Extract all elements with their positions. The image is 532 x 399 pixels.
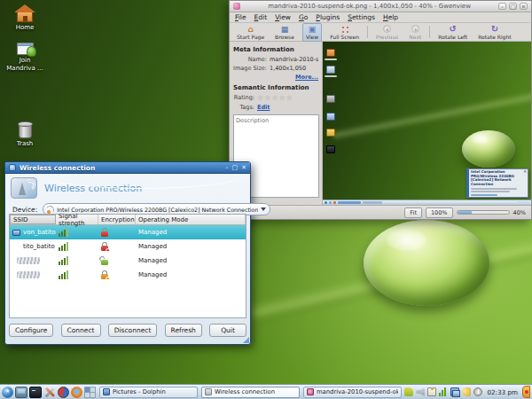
desktop-icon-join-mandriva[interactable]: Join Mandriva ...: [4, 43, 46, 73]
column-header-ssid[interactable]: SSID: [10, 215, 56, 224]
operating-mode: Managed: [136, 229, 246, 236]
rotate-right-button[interactable]: ↻ Rotate Right: [475, 24, 513, 41]
lock-open-icon: [101, 260, 108, 265]
close-button[interactable]: ✕: [241, 164, 246, 172]
minimize-button[interactable]: –: [225, 164, 229, 172]
software-manager-icon[interactable]: [58, 387, 69, 398]
menu-view[interactable]: View: [275, 13, 291, 21]
lock-closed-icon: [101, 231, 108, 237]
clock[interactable]: 02:33 pm: [487, 388, 518, 396]
previous-icon: [383, 25, 391, 34]
virtual-desktop-pager[interactable]: [84, 387, 96, 398]
rotate-left-icon: ↺: [450, 25, 457, 34]
rating-stars[interactable]: ☆☆☆☆☆: [257, 94, 293, 102]
taskbar-task-gwenview[interactable]: mandriva-2010-suspend-ok.png: [303, 387, 402, 398]
column-header-encryption[interactable]: Encryption: [98, 215, 136, 224]
zoom-100-button[interactable]: 100%: [426, 207, 453, 218]
name-label: Name:: [233, 56, 267, 63]
panel-cashew-icon[interactable]: [522, 386, 530, 398]
meta-information-heading: Meta Information: [233, 46, 318, 53]
view-button[interactable]: ▣ View: [302, 23, 322, 42]
terminal-launcher-icon[interactable]: [29, 387, 42, 398]
signal-strength-icon: [59, 228, 68, 237]
ssid-value: tito_batito: [23, 243, 55, 250]
column-header-signal[interactable]: Signal strength: [56, 215, 98, 224]
menu-go[interactable]: Go: [299, 13, 308, 21]
configure-button[interactable]: Configure: [9, 324, 53, 337]
next-icon: [411, 25, 419, 34]
plasma-icon[interactable]: [404, 387, 413, 396]
mandriva-menu-button[interactable]: [2, 387, 13, 398]
firefox-icon[interactable]: [71, 387, 82, 398]
table-row[interactable]: von_batito Managed: [10, 225, 246, 239]
table-row[interactable]: tito_batito Managed: [10, 239, 246, 254]
menu-plugins[interactable]: Plugins: [316, 13, 340, 21]
wireless-dialog-titlebar[interactable]: Wireless connection – ▢ ✕: [5, 162, 250, 174]
rating-label: Rating:: [233, 94, 254, 102]
refresh-button[interactable]: Refresh: [165, 324, 202, 337]
close-button[interactable]: ✕: [520, 3, 528, 10]
rotate-left-button[interactable]: ↺ Rotate Left: [435, 24, 470, 41]
viewed-desktop-icon: [326, 113, 335, 121]
table-row[interactable]: Managed: [10, 268, 246, 282]
volume-icon[interactable]: [416, 387, 425, 396]
network-signal-icon[interactable]: [439, 387, 448, 396]
viewed-water-drop: [462, 130, 515, 168]
minimize-button[interactable]: –: [498, 3, 506, 10]
resize-grip[interactable]: [243, 337, 249, 343]
menu-settings[interactable]: Settings: [348, 13, 375, 21]
view-image-icon: ▣: [309, 25, 317, 34]
signal-strength-icon: [59, 270, 68, 279]
lock-closed-icon: [101, 246, 108, 251]
home-icon: ⌂: [247, 25, 253, 34]
desktop-icon-trash[interactable]: Trash: [4, 123, 46, 148]
ssid-value: von_batito: [23, 229, 56, 236]
zoom-slider[interactable]: [457, 210, 510, 215]
desktop-icon-label: Trash: [4, 140, 46, 148]
maximize-button[interactable]: ▢: [232, 164, 239, 172]
previous-button[interactable]: Previous: [373, 24, 401, 41]
desktop-icon-home[interactable]: Home: [4, 4, 46, 32]
start-page-button[interactable]: ⌂ Start Page: [234, 24, 267, 41]
taskbar: Pictures - Dolphin Wireless connection m…: [0, 384, 532, 399]
wallet-key-icon[interactable]: [462, 387, 471, 396]
menu-help[interactable]: Help: [383, 13, 398, 21]
more-link[interactable]: More...: [295, 74, 318, 81]
table-row[interactable]: Managed: [10, 254, 246, 268]
taskbar-task-dolphin[interactable]: Pictures - Dolphin: [99, 387, 198, 398]
monitors-icon[interactable]: [450, 387, 459, 396]
connect-button[interactable]: Connect: [61, 324, 101, 337]
wireless-dialog-icon: [9, 164, 16, 171]
viewed-notification-textline: [471, 194, 497, 196]
disconnect-button[interactable]: Disconnect: [108, 324, 158, 337]
quit-button[interactable]: Quit: [209, 324, 246, 337]
viewed-notification-textline: [471, 188, 517, 190]
gwenview-titlebar[interactable]: mandriva-2010-suspend-ok.png - 1,400x1,0…: [230, 1, 531, 12]
taskbar-task-wireless[interactable]: Wireless connection: [201, 387, 300, 398]
connected-computer-icon: [12, 230, 20, 236]
tags-edit-link[interactable]: Edit: [257, 104, 270, 111]
desktop-launcher-icon[interactable]: [15, 387, 27, 398]
name-value: mandriva-2010-susp: [270, 56, 318, 63]
browse-grid-icon: ▦: [281, 25, 289, 34]
fit-button[interactable]: Fit: [404, 207, 422, 218]
wireless-dialog: Wireless connection – ▢ ✕ Wireless conne…: [4, 161, 251, 345]
maximize-button[interactable]: ▢: [509, 3, 517, 10]
viewed-notification-title: Intel Corporation PRO/Wireless 2200BG [C…: [471, 170, 526, 186]
image-size-value: 1,400x1,050: [270, 65, 318, 72]
next-button[interactable]: Next: [406, 24, 424, 41]
browse-button[interactable]: ▦ Browse: [272, 24, 297, 41]
menu-file[interactable]: File: [235, 13, 246, 21]
full-screen-button[interactable]: Full Screen: [327, 24, 362, 41]
desktop-icon-label-line1: Join: [4, 57, 46, 65]
configure-tools-icon[interactable]: [43, 387, 56, 398]
ssid-redacted: [17, 257, 40, 264]
zoom-value: 40%: [513, 209, 526, 216]
clipboard-icon[interactable]: [427, 387, 436, 396]
column-header-mode[interactable]: Operating Mode: [136, 215, 246, 224]
menu-edit[interactable]: Edit: [254, 13, 268, 21]
info-icon[interactable]: [473, 387, 482, 396]
lock-closed-icon: [101, 274, 108, 279]
image-view-area[interactable]: ✕ Intel Corporation PRO/Wireless 2200BG …: [323, 42, 531, 205]
wireless-antenna-icon: [11, 177, 37, 199]
